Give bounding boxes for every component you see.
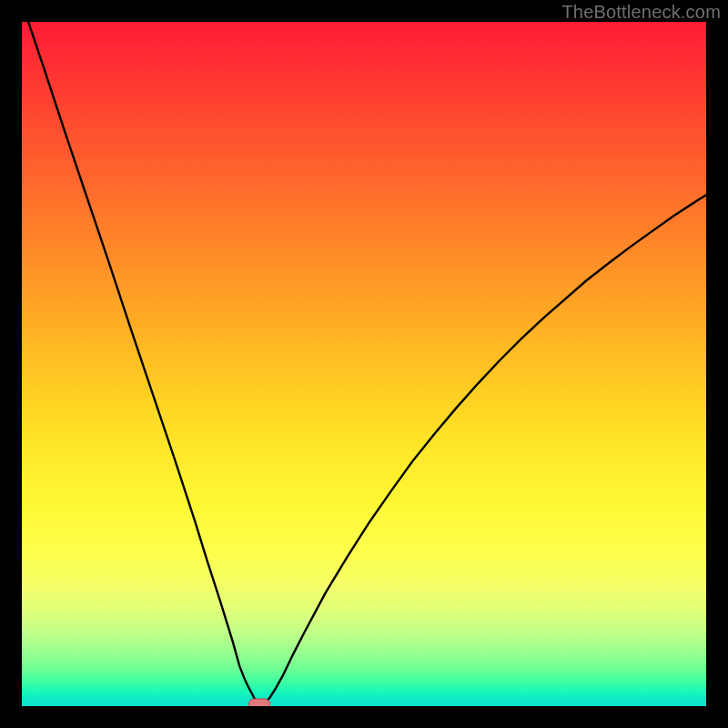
chart-frame: TheBottleneck.com: [0, 0, 728, 728]
attribution-label: TheBottleneck.com: [561, 2, 721, 23]
optimal-marker: [248, 698, 270, 706]
curve-svg: [22, 22, 706, 706]
plot-area: [22, 22, 706, 706]
bottleneck-curve: [22, 22, 706, 703]
